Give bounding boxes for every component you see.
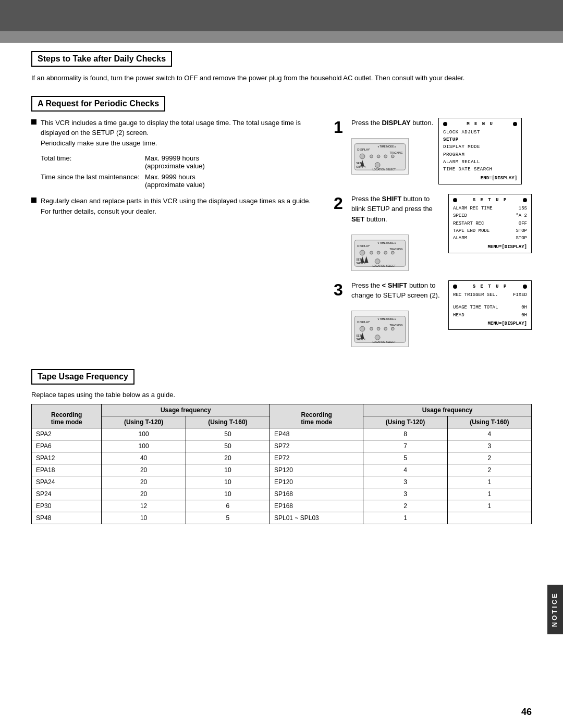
section1-title: Steps to Take after Daily Checks bbox=[31, 51, 172, 67]
step-3-screen: S E T U P REC TRIGGER SEL. FIXED USAGE T… bbox=[448, 280, 532, 330]
screen-3-title: S E T U P bbox=[473, 284, 508, 289]
section1-title-box: Steps to Take after Daily Checks bbox=[31, 51, 532, 73]
right-mode-3: SP120 bbox=[270, 464, 363, 476]
svg-point-19 bbox=[377, 251, 380, 254]
screen-2-header: S E T U P bbox=[453, 198, 527, 203]
section3-title: Tape Usage Frequency bbox=[31, 369, 134, 385]
rec-trigger-label: REC TRIGGER SEL. bbox=[453, 291, 498, 299]
total-time-values: Max. 99999 hours (approximate value) bbox=[145, 154, 205, 170]
step-3-content: Press the < SHIFT button to change to SE… bbox=[351, 280, 532, 348]
total-time-label: Total time: bbox=[41, 154, 145, 170]
svg-point-33 bbox=[370, 327, 373, 330]
step-2-content: Press the SHIFT button to blink SETUP an… bbox=[351, 194, 532, 271]
left-t160-3: 10 bbox=[186, 464, 270, 476]
left-t120-7: 10 bbox=[102, 512, 186, 524]
svg-text:LOCATION SELECT: LOCATION SELECT bbox=[372, 168, 396, 171]
right-t160-6: 1 bbox=[447, 500, 531, 512]
vcr-diagram-2: DISPLAY ∨TIME MODE∧ TRACKING SET ＞ SHIFT… bbox=[351, 235, 409, 271]
page-number: 46 bbox=[521, 707, 532, 718]
step-2-screen: S E T U P ALARM REC TIME 15S SPEED ᴾA 2 bbox=[448, 194, 532, 253]
sub-banner bbox=[0, 31, 563, 43]
left-column: This VCR includes a time gauge to displa… bbox=[31, 118, 323, 357]
last-maint-value1: Max. 9999 hours bbox=[145, 173, 205, 181]
head-value: 0H bbox=[521, 312, 527, 319]
screen-3-header: S E T U P bbox=[453, 284, 527, 289]
setup3-row-usage: USAGE TIME TOTAL 0H bbox=[453, 304, 527, 311]
step-3-number: 3 bbox=[334, 281, 347, 298]
time-info-table: Total time: Max. 99999 hours (approximat… bbox=[41, 154, 323, 189]
setup-row-tape-end: TAPE END MODE STOP bbox=[453, 227, 527, 235]
last-maint-value2: (approximate value) bbox=[145, 181, 205, 189]
right-mode-2: EP72 bbox=[270, 452, 363, 464]
menu-item-time: TIME DATE SEARCH bbox=[443, 166, 517, 173]
th-t120-left: (Using T-120) bbox=[102, 416, 186, 428]
menu-item-program: PROGRAM bbox=[443, 151, 517, 158]
dot-right-1 bbox=[513, 122, 517, 126]
step-1-screen: M E N U CLOCK ADJUST SETUP DISPLAY MODE … bbox=[438, 118, 522, 184]
step-1-number: 1 bbox=[334, 119, 347, 135]
left-mode-7: SP48 bbox=[32, 512, 102, 524]
th-t160-right: (Using T-160) bbox=[447, 416, 531, 428]
screen-3-end: MENU=[DISPLAY] bbox=[453, 321, 527, 326]
table-row: SPA12 40 20 EP72 5 2 bbox=[32, 452, 532, 464]
svg-text:LOCATION SELECT: LOCATION SELECT bbox=[372, 341, 396, 344]
menu-item-clock: CLOCK ADJUST bbox=[443, 129, 517, 136]
svg-point-11 bbox=[375, 162, 380, 167]
svg-point-3 bbox=[360, 154, 365, 159]
svg-point-17 bbox=[360, 250, 365, 255]
svg-text:DISPLAY: DISPLAY bbox=[357, 321, 370, 324]
left-t160-7: 5 bbox=[186, 512, 270, 524]
right-t120-2: 5 bbox=[363, 452, 447, 464]
head-label: HEAD bbox=[453, 312, 464, 319]
section2-title: A Request for Periodic Checks bbox=[31, 96, 165, 112]
right-t160-7 bbox=[447, 512, 531, 524]
right-mode-0: EP48 bbox=[270, 428, 363, 440]
screen-1-title: M E N U bbox=[467, 121, 494, 127]
speed-value: ᴾA 2 bbox=[516, 212, 527, 219]
right-t120-0: 8 bbox=[363, 428, 447, 440]
speed-label: SPEED bbox=[453, 212, 467, 219]
left-t160-2: 20 bbox=[186, 452, 270, 464]
right-t160-1: 3 bbox=[447, 440, 531, 452]
bullet-item-2: Regularly clean and replace parts in thi… bbox=[31, 196, 323, 216]
svg-point-25 bbox=[375, 259, 380, 264]
setup-row-restart: RESTART REC OFF bbox=[453, 220, 527, 227]
tape-usage-table: Recordingtime mode Usage frequency Recor… bbox=[31, 404, 532, 524]
setup3-row-rec-trigger: REC TRIGGER SEL. FIXED bbox=[453, 291, 527, 299]
left-mode-5: SP24 bbox=[32, 488, 102, 500]
svg-point-35 bbox=[384, 327, 387, 330]
right-t160-0: 4 bbox=[447, 428, 531, 440]
step-2-desc: Press the SHIFT button to blink SETUP an… bbox=[351, 194, 443, 271]
step-1-row: 1 Press the DISPLAY button. DISPLAY ∨TIM… bbox=[334, 118, 532, 184]
left-t160-0: 50 bbox=[186, 428, 270, 440]
right-t120-7: 1 bbox=[363, 512, 447, 524]
screen-1-end: END=[DISPLAY] bbox=[443, 176, 517, 181]
right-t120-1: 7 bbox=[363, 440, 447, 452]
th-recording-left: Recordingtime mode bbox=[32, 404, 102, 428]
alarm-label: ALARM bbox=[453, 235, 467, 242]
th-usage-right: Usage frequency bbox=[363, 404, 532, 416]
screen-2-title: S E T U P bbox=[473, 198, 508, 203]
svg-point-18 bbox=[370, 251, 373, 254]
left-mode-6: EP30 bbox=[32, 500, 102, 512]
setup-row-speed: SPEED ᴾA 2 bbox=[453, 212, 527, 219]
screen-2-end: MENU=[DISPLAY] bbox=[453, 244, 527, 250]
left-t160-1: 50 bbox=[186, 440, 270, 452]
left-mode-4: SPA24 bbox=[32, 476, 102, 488]
left-t120-3: 20 bbox=[102, 464, 186, 476]
right-t120-6: 2 bbox=[363, 500, 447, 512]
dot-left-1 bbox=[443, 122, 447, 126]
right-t160-4: 1 bbox=[447, 476, 531, 488]
th-recording-right: Recordingtime mode bbox=[270, 404, 363, 428]
alarm-value: STOP bbox=[516, 235, 527, 242]
svg-point-22 bbox=[391, 251, 394, 254]
left-mode-0: SPA2 bbox=[32, 428, 102, 440]
th-t160-left: (Using T-160) bbox=[186, 416, 270, 428]
setup3-row-head: HEAD 0H bbox=[453, 312, 527, 319]
left-t120-6: 12 bbox=[102, 500, 186, 512]
right-t120-5: 3 bbox=[363, 488, 447, 500]
left-t160-5: 10 bbox=[186, 488, 270, 500]
left-mode-2: SPA12 bbox=[32, 452, 102, 464]
right-mode-6: EP168 bbox=[270, 500, 363, 512]
usage-label: USAGE TIME TOTAL bbox=[453, 304, 498, 311]
